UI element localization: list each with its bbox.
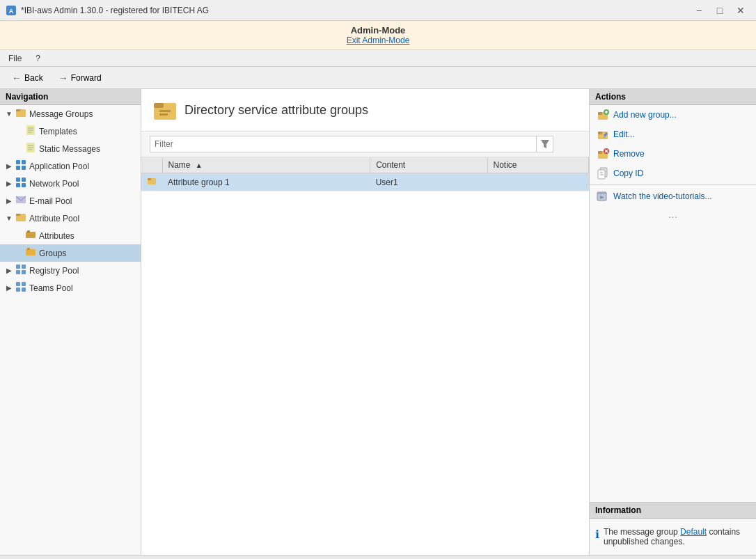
svg-rect-19 [22,183,26,187]
teams-pool-label: Teams Pool [29,283,73,293]
forward-label: Forward [71,73,102,83]
svg-rect-13 [22,160,26,164]
teams-pool-icon [15,281,26,294]
info-text: The message group Default contains unpub… [604,527,750,546]
forward-arrow-icon: → [58,72,68,84]
content-area-icon [152,97,178,123]
app-title: *IBI-aws Admin 1.30.0 - registered for I… [21,6,209,15]
email-pool-label: E-mail Pool [29,196,72,206]
col-indicator[interactable] [141,157,162,173]
status-bar: C:\IBI-aws\Admin\Data.xml [0,555,756,559]
svg-rect-37 [159,110,171,112]
actions-panel: Actions Add new group... [589,89,756,555]
col-notice-label: Notice [494,160,517,170]
menu-help[interactable]: ? [33,52,43,65]
minimize-button[interactable]: − [689,3,709,18]
edit-action[interactable]: Edit... [590,125,756,144]
svg-rect-32 [22,282,26,286]
panel-dots: … [590,206,756,223]
row-notice-cell [487,173,589,191]
info-content: ℹ The message group Default contains unp… [595,524,750,549]
groups-icon [25,246,36,260]
menu-file[interactable]: File [6,52,24,65]
back-arrow-icon: ← [12,72,22,84]
attributes-icon [25,229,36,242]
sidebar-item-templates[interactable]: Templates [0,123,141,140]
watch-tutorials-action[interactable]: Watch the video-tutorials... [590,187,756,206]
expand-icon: ▶ [6,162,13,170]
svg-rect-41 [148,178,151,180]
exit-admin-link[interactable]: Exit Admin-Mode [4,36,752,45]
forward-button[interactable]: → Forward [52,70,108,86]
edit-icon [597,128,609,141]
sidebar-item-static-messages[interactable]: Static Messages [0,140,141,157]
maximize-button[interactable]: □ [710,3,730,18]
sidebar-item-message-groups[interactable]: ▼ Message Groups [0,105,141,123]
info-header: Information [590,503,756,519]
close-button[interactable]: ✕ [731,3,750,18]
filter-input[interactable] [150,136,537,152]
col-content-label: Content [376,160,405,170]
add-new-group-action[interactable]: Add new group... [590,105,756,125]
back-button[interactable]: ← Back [6,70,49,86]
application-pool-icon [15,159,26,173]
col-name-label: Name [168,160,191,170]
sidebar-item-email-pool[interactable]: ▶ E-mail Pool [0,192,141,210]
col-notice[interactable]: Notice [487,157,589,173]
svg-rect-43 [598,112,602,115]
svg-rect-51 [598,151,602,154]
row-name-cell: Attribute group 1 [162,173,370,191]
filter-button[interactable] [537,136,553,152]
col-content[interactable]: Content [370,157,487,173]
groups-label: Groups [39,249,66,258]
sidebar-item-network-pool[interactable]: ▶ Network Pool [0,175,141,192]
sidebar-item-registry-pool[interactable]: ▶ Registry Pool [0,262,141,279]
admin-mode-title: Admin-Mode [4,25,752,36]
col-name[interactable]: Name ▲ [162,157,370,173]
sidebar-item-attributes[interactable]: Attributes [0,227,141,244]
expand-icon [15,232,22,239]
watch-tutorials-label: Watch the video-tutorials... [613,191,712,201]
svg-rect-22 [16,214,20,216]
attribute-pool-label: Attribute Pool [29,214,79,223]
remove-label: Remove [613,149,645,159]
svg-rect-29 [16,270,20,274]
svg-rect-16 [16,178,20,182]
static-messages-icon [25,142,36,155]
copy-id-action[interactable]: Copy ID [590,164,756,183]
expand-icon: ▼ [6,214,13,222]
sidebar-item-application-pool[interactable]: ▶ Application Pool [0,157,141,175]
row-indicator-cell [141,173,162,191]
svg-rect-12 [16,160,20,164]
content-header: Directory service attribute groups [141,89,589,132]
remove-action[interactable]: Remove [590,144,756,164]
sidebar-item-groups[interactable]: Groups [0,244,141,262]
network-pool-icon [15,177,26,190]
expand-icon: ▶ [6,284,13,292]
sidebar-item-teams-pool[interactable]: ▶ Teams Pool [0,279,141,297]
main-layout: Navigation ▼ Message Groups Templates St… [0,89,756,555]
content-area: Directory service attribute groups [141,89,589,555]
remove-icon [597,148,609,160]
templates-icon [25,125,36,138]
menu-bar: File ? [0,50,756,67]
expand-icon: ▶ [6,267,13,274]
table-row[interactable]: Attribute group 1 User1 [141,173,589,191]
sidebar-item-attribute-pool[interactable]: ▼ Attribute Pool [0,210,141,227]
templates-label: Templates [39,127,77,136]
copy-id-label: Copy ID [613,168,643,178]
info-panel: Information ℹ The message group Default … [590,502,756,555]
expand-icon: ▶ [6,180,13,187]
edit-label: Edit... [613,129,635,139]
network-pool-label: Network Pool [29,179,79,189]
add-new-group-label: Add new group... [613,110,677,120]
title-bar-left: A *IBI-aws Admin 1.30.0 - registered for… [6,5,209,16]
title-bar-controls: − □ ✕ [689,3,750,18]
message-groups-icon [15,107,26,120]
svg-rect-23 [26,232,36,238]
actions-list: Add new group... Edit... [590,105,756,502]
sidebar: Navigation ▼ Message Groups Templates St… [0,89,141,555]
registry-pool-icon [15,264,26,277]
info-default-link[interactable]: Default [680,527,707,537]
info-icon: ℹ [595,528,599,541]
